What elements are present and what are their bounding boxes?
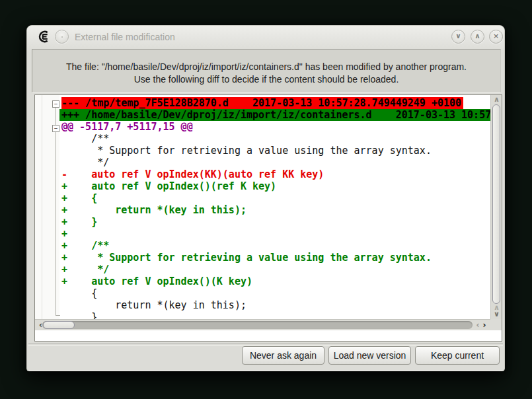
diff-line: + { — [59, 192, 492, 204]
diff-line: +++ /home/basile/Dev/dproj/iz/import/iz/… — [59, 109, 492, 121]
fold-line — [56, 132, 56, 316]
maximize-button[interactable]: ∧ — [471, 30, 484, 44]
diff-line: --- /tmp/temp_7F5E128B2870.d 2017-03-13 … — [59, 97, 492, 109]
external-file-modification-dialog: External file modification ∨ ∧ × The fil… — [26, 25, 505, 371]
diff-viewer: − − --- /tmp/temp_7F5E128B2870.d 2017-03… — [34, 94, 502, 342]
close-button[interactable]: × — [489, 30, 503, 44]
diff-line: + /** — [59, 240, 492, 252]
fold-collapse-icon[interactable]: − — [52, 100, 59, 108]
diff-line: * Support for retrieving a value using t… — [59, 145, 492, 157]
fold-gutter: − − — [35, 95, 59, 319]
diff-line: + auto ref V opIndex()(ref K key) — [59, 180, 492, 192]
fold-collapse-icon[interactable]: − — [52, 125, 59, 132]
diff-line: /** — [59, 133, 492, 145]
keep-current-button[interactable]: Keep current — [415, 346, 500, 365]
close-icon: × — [493, 32, 499, 40]
diff-line: + */ — [59, 264, 492, 275]
diff-line: + return *(key in this); — [59, 204, 492, 216]
never-ask-again-button[interactable]: Never ask again — [242, 346, 324, 365]
horizontal-scrollbar-track[interactable] — [42, 321, 473, 329]
load-new-version-button[interactable]: Load new version — [328, 346, 411, 365]
window-title: External file modification — [75, 26, 175, 48]
horizontal-scrollbar[interactable]: ‹ ‹ › — [35, 319, 492, 330]
fold-line — [56, 108, 56, 125]
app-logo-icon — [38, 30, 50, 43]
diff-line: + * Support for retrieving a value using… — [59, 252, 492, 264]
diff-line: + } — [59, 216, 492, 228]
message-panel: The file: "/home/basile/Dev/dproj/iz/imp… — [32, 49, 501, 92]
horizontal-scrollbar-thumb[interactable] — [43, 321, 75, 329]
footer-divider — [28, 343, 503, 345]
chevron-up-icon: ∧ — [475, 32, 480, 40]
scroll-down-icon[interactable]: ∨ — [491, 310, 502, 318]
minimize-button[interactable]: ∨ — [451, 30, 465, 44]
diff-line: - auto ref V opIndex(KK)(auto ref KK key… — [59, 168, 492, 180]
diff-line: { — [59, 287, 492, 299]
titlebar[interactable]: External file modification ∨ ∧ × — [27, 26, 504, 48]
scrollbar-corner — [490, 319, 502, 330]
scroll-right-icon[interactable]: › — [480, 321, 488, 329]
scroll-up-icon[interactable]: ∧ — [491, 96, 502, 104]
gutter-separator — [42, 95, 42, 319]
chevron-down-icon: ∨ — [455, 32, 461, 40]
diff-lines: --- /tmp/temp_7F5E128B2870.d 2017-03-13 … — [59, 95, 492, 319]
diff-line: @@ -5117,7 +5117,15 @@ — [59, 121, 492, 133]
diff-line: */ — [59, 157, 492, 168]
message-line-2: Use the following diff to decide if the … — [32, 73, 500, 86]
message-line-1: The file: "/home/basile/Dev/dproj/iz/imp… — [32, 61, 500, 73]
diff-line: + auto ref V opIndex()(K key) — [59, 275, 492, 287]
window-menu-button[interactable] — [55, 30, 69, 44]
diff-line: return *(key in this); — [59, 299, 492, 311]
vertical-scrollbar[interactable]: ∧ ∧ ∨ — [490, 95, 502, 319]
diff-line: + — [59, 228, 492, 240]
vertical-scrollbar-thumb[interactable] — [492, 104, 500, 304]
diff-line: } — [59, 311, 492, 319]
